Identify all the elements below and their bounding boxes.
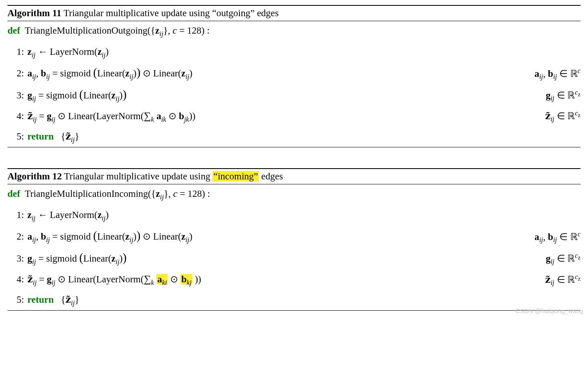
rule (7, 147, 581, 147)
algorithm-12-block: Algorithm 12 Triangular multiplicative u… (7, 168, 581, 311)
line-content: return {z̃ij} (27, 130, 79, 144)
algorithm-caption-pre: Triangular multiplicative update using (62, 171, 213, 181)
algo-line: 3: gij = sigmoid (Linear(zij)) gij ∈ ℝcz (7, 84, 581, 106)
def-keyword: def (7, 25, 20, 36)
algo-line: 1: zij ← LayerNorm(zij) (7, 206, 581, 226)
algorithm-caption-post: edges (259, 171, 283, 181)
def-signature: TriangleMultiplicationIncoming({zij}, c … (22, 189, 210, 199)
line-number: 1: (7, 47, 27, 57)
algo-line: 5: return {z̃ij} (7, 127, 581, 147)
line-number: 5: (7, 131, 27, 142)
line-annotation: z̃ij ∈ ℝcz (545, 273, 581, 287)
watermark: CSDN @huiqiong_wang (7, 307, 583, 314)
return-keyword: return (27, 294, 54, 305)
line-annotation: gij ∈ ℝcz (546, 88, 581, 103)
highlight: “incoming” (212, 171, 259, 181)
line-annotation: aij, bij ∈ ℝc (534, 230, 581, 244)
algorithm-title: Algorithm 12 Triangular multiplicative u… (7, 169, 581, 184)
line-content: aij, bij = sigmoid (Linear(zij)) ⊙ Linea… (27, 229, 193, 244)
algorithm-11-block: Algorithm 11 Triangular multiplicative u… (7, 5, 581, 147)
line-number: 4: (7, 274, 27, 285)
line-number: 1: (7, 210, 27, 220)
return-keyword: return (27, 131, 54, 142)
line-number: 3: (7, 90, 27, 101)
algo-line: 3: gij = sigmoid (Linear(zij)) gij ∈ ℝcz (7, 247, 581, 269)
line-number: 3: (7, 253, 27, 264)
algorithm-number: Algorithm 12 (7, 171, 62, 181)
line-content: return {z̃ij} (27, 294, 79, 307)
line-annotation: aij, bij ∈ ℝc (534, 67, 581, 81)
algo-line: 2: aij, bij = sigmoid (Linear(zij)) ⊙ Li… (7, 225, 581, 247)
def-line: def TriangleMultiplicationIncoming({zij}… (7, 184, 581, 206)
line-content: z̃ij = gij ⊙ Linear(LayerNorm(∑k aik ⊙ b… (27, 110, 195, 124)
algo-line: 1: zij ← LayerNorm(zij) (7, 43, 581, 63)
line-number: 4: (7, 111, 27, 122)
algorithm-caption: Triangular multiplicative update using “… (61, 8, 279, 18)
algo-line: 2: aij, bij = sigmoid (Linear(zij)) ⊙ Li… (7, 62, 581, 84)
algorithm-number: Algorithm 11 (7, 8, 61, 18)
line-number: 2: (7, 68, 27, 79)
def-signature: TriangleMultiplicationOutgoing({zij}, c … (22, 25, 210, 36)
line-annotation: gij ∈ ℝcz (546, 252, 581, 266)
line-annotation: z̃ij ∈ ℝcz (545, 109, 581, 123)
def-keyword: def (7, 189, 20, 199)
line-number: 2: (7, 231, 27, 242)
def-line: def TriangleMultiplicationOutgoing({zij}… (7, 21, 581, 43)
line-content: z̃ij = gij ⊙ Linear(LayerNorm(∑k aki ⊙ b… (27, 273, 201, 287)
line-content: gij = sigmoid (Linear(zij)) (27, 251, 127, 266)
algorithm-title: Algorithm 11 Triangular multiplicative u… (7, 6, 581, 21)
line-content: gij = sigmoid (Linear(zij)) (27, 88, 127, 103)
algo-line: 4: z̃ij = gij ⊙ Linear(LayerNorm(∑k aki … (7, 269, 581, 290)
line-content: zij ← LayerNorm(zij) (27, 47, 109, 59)
algo-line: 4: z̃ij = gij ⊙ Linear(LayerNorm(∑k aik … (7, 106, 581, 127)
line-number: 5: (7, 294, 27, 305)
highlight: aki (156, 274, 168, 284)
line-content: zij ← LayerNorm(zij) (27, 210, 109, 223)
line-content: aij, bij = sigmoid (Linear(zij)) ⊙ Linea… (27, 66, 193, 81)
highlight: bkj (181, 274, 193, 284)
